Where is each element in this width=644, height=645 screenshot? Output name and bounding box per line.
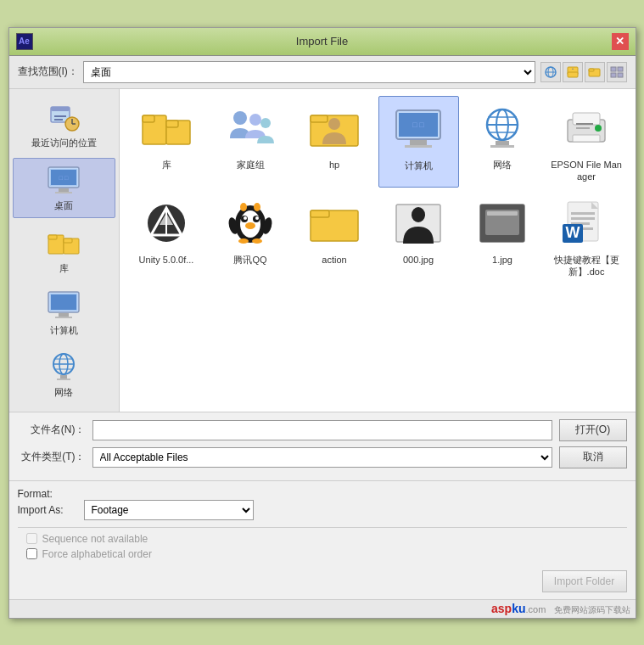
svg-text:□ □: □ □	[412, 121, 424, 129]
sidebar-recent-label: 最近访问的位置	[31, 137, 97, 149]
location-select[interactable]: 桌面	[83, 61, 535, 83]
file-item-computer[interactable]: □ □ 计算机	[378, 96, 459, 188]
ae-app-icon: Ae	[16, 33, 33, 50]
filetype-select[interactable]: All Acceptable Files All Files	[92, 447, 552, 468]
import-as-select[interactable]: Footage Composition Composition - Retain…	[84, 500, 254, 520]
divider	[18, 527, 627, 528]
file-area: 库 家庭组	[120, 89, 636, 412]
svg-point-65	[595, 125, 602, 132]
format-label: Format:	[18, 488, 53, 500]
svg-rect-43	[166, 121, 178, 127]
file-label-library: 库	[162, 159, 171, 171]
svg-point-78	[245, 222, 255, 229]
svg-point-79	[238, 238, 249, 244]
new-folder-button[interactable]	[585, 62, 605, 82]
file-label-hp: hp	[329, 159, 339, 171]
file-item-hp[interactable]: hp	[294, 96, 375, 188]
hp-folder-icon	[307, 101, 361, 155]
svg-rect-10	[618, 73, 623, 77]
file-item-qq[interactable]: 腾讯QQ	[210, 191, 291, 283]
file-label-1jpg: 1.jpg	[492, 254, 512, 266]
svg-rect-38	[60, 375, 67, 379]
file-item-action[interactable]: action	[294, 191, 375, 283]
svg-rect-64	[573, 135, 600, 142]
filename-label: 文件名(N)：	[18, 423, 86, 437]
file-item-unity[interactable]: Unity 5.0.0f...	[126, 191, 207, 283]
unity-icon	[139, 196, 193, 250]
file-item-network[interactable]: 网络	[462, 96, 543, 188]
svg-rect-63	[573, 113, 600, 125]
homegroup-icon	[223, 101, 277, 155]
svg-rect-7	[611, 67, 616, 71]
sidebar-item-recent[interactable]: 最近访问的位置	[13, 96, 115, 154]
sidebar-item-network[interactable]: 网络	[13, 345, 115, 404]
svg-rect-96	[571, 217, 595, 220]
word-doc-icon: W	[559, 196, 613, 250]
svg-rect-66	[576, 123, 593, 125]
svg-point-80	[252, 238, 262, 244]
close-button[interactable]: ✕	[612, 33, 629, 50]
svg-rect-60	[496, 141, 509, 145]
file-label-homegroup: 家庭组	[237, 159, 265, 171]
file-item-library[interactable]: 库	[126, 96, 207, 188]
cancel-button[interactable]: 取消	[559, 446, 627, 468]
import-folder-button[interactable]: Import Folder	[542, 570, 627, 592]
file-item-doc[interactable]: W 快捷键教程【更新】.doc	[546, 191, 627, 283]
svg-rect-31	[59, 313, 69, 317]
desktop-icon: □ □	[47, 164, 81, 198]
watermark-brand: aspku	[491, 602, 525, 615]
back-button[interactable]	[540, 62, 561, 82]
svg-rect-13	[54, 115, 66, 117]
file-item-1jpg[interactable]: 1.jpg	[462, 191, 543, 283]
image-1-icon	[475, 196, 529, 250]
action-folder-icon	[307, 196, 361, 250]
file-item-epson[interactable]: EPSON File Manager	[546, 96, 627, 188]
image-000-icon	[391, 196, 445, 250]
file-label-doc: 快捷键教程【更新】.doc	[550, 254, 624, 278]
folder-library-icon	[139, 101, 193, 155]
sidebar-network-label: 网络	[54, 386, 73, 399]
svg-rect-48	[311, 115, 328, 122]
computer-icon-sidebar	[47, 289, 81, 322]
watermark-tagline: 免费网站源码下载站	[554, 605, 630, 614]
file-item-000jpg[interactable]: 000.jpg	[378, 191, 459, 283]
filename-row: 文件名(N)： 打开(O)	[18, 419, 627, 441]
sequence-checkbox[interactable]	[26, 533, 37, 544]
file-label-epson: EPSON File Manager	[550, 159, 624, 183]
bottom-buttons: Import Folder	[9, 567, 636, 599]
watermark-sub: .com	[525, 604, 546, 614]
svg-rect-86	[311, 210, 329, 217]
file-label-qq: 腾讯QQ	[233, 254, 266, 266]
svg-rect-61	[490, 145, 514, 148]
network-file-icon	[475, 101, 529, 155]
svg-rect-67	[576, 127, 590, 129]
format-section: Format: Import As: Footage Composition C…	[9, 480, 636, 567]
main-area: 最近访问的位置 □ □ 桌面	[9, 89, 636, 412]
file-label-000jpg: 000.jpg	[403, 254, 434, 266]
qq-icon	[223, 196, 277, 250]
svg-point-46	[260, 118, 271, 128]
filename-input[interactable]	[92, 420, 552, 440]
svg-text:W: W	[566, 224, 580, 241]
sidebar-item-library[interactable]: 库	[13, 222, 115, 280]
svg-rect-9	[611, 73, 616, 77]
open-button[interactable]: 打开(O)	[559, 419, 627, 441]
computer-file-icon: □ □	[391, 102, 445, 156]
svg-rect-27	[64, 238, 72, 243]
recent-icon	[47, 101, 81, 135]
import-as-label: Import As:	[18, 504, 77, 516]
file-item-homegroup[interactable]: 家庭组	[210, 96, 291, 188]
up-button[interactable]	[563, 62, 583, 82]
svg-rect-95	[571, 212, 595, 215]
sidebar-item-desktop[interactable]: □ □ 桌面	[13, 158, 115, 218]
alphabetical-checkbox[interactable]	[26, 548, 37, 559]
sidebar-item-computer[interactable]: 计算机	[13, 283, 115, 342]
library-icon	[47, 227, 81, 261]
views-button[interactable]	[607, 62, 627, 82]
svg-rect-53	[405, 145, 432, 148]
svg-point-49	[328, 118, 340, 130]
network-icon-sidebar	[47, 351, 81, 384]
file-label-computer: 计算机	[405, 160, 433, 171]
location-label: 查找范围(I)：	[18, 64, 78, 79]
svg-rect-30	[51, 294, 76, 310]
